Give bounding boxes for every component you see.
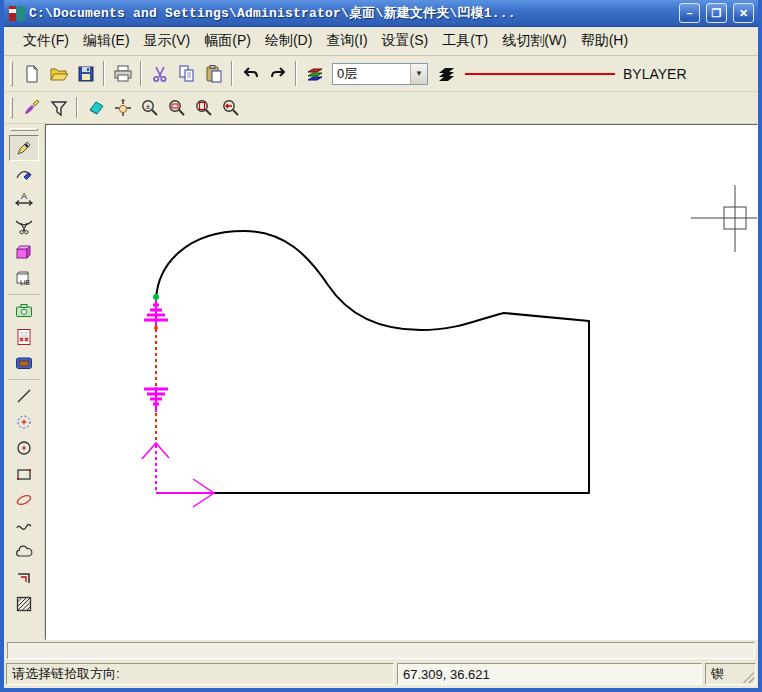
undo-button[interactable] <box>237 61 264 87</box>
sidebar-grip[interactable] <box>10 128 38 131</box>
redo-button[interactable] <box>264 61 291 87</box>
prompt-strip <box>4 640 758 661</box>
pick-brush-icon <box>22 98 42 118</box>
polyline-corner-icon <box>14 568 34 588</box>
curve-edit-icon <box>14 164 34 184</box>
zoom-window-button[interactable] <box>163 95 190 121</box>
chevron-down-icon[interactable]: ▼ <box>410 64 427 84</box>
spline-tool-button[interactable] <box>9 513 39 539</box>
menu-settings[interactable]: 设置(S) <box>375 28 436 54</box>
main-area: A LIB <box>4 124 758 640</box>
block-button[interactable] <box>9 239 39 265</box>
rectangle-tool-button[interactable] <box>9 461 39 487</box>
print-button[interactable] <box>109 61 136 87</box>
toolbar-separator <box>103 61 105 85</box>
arc-icon <box>14 412 34 432</box>
title-bar: C:\Documents and Settings\Administrator\… <box>4 0 758 27</box>
toolbar-grip[interactable] <box>10 97 13 119</box>
zoom-all-button[interactable] <box>190 95 217 121</box>
toolbar-separator <box>76 97 78 118</box>
curve-edit-button[interactable] <box>9 161 39 187</box>
pan-button[interactable] <box>109 95 136 121</box>
status-mode-label: 锲 <box>711 665 724 683</box>
block-icon <box>14 242 34 262</box>
contour-tool-button[interactable] <box>9 539 39 565</box>
hatch-tool-button[interactable] <box>9 591 39 617</box>
linetype-preview[interactable]: BYLAYER <box>465 66 758 82</box>
endpoint-dot-red <box>154 326 158 330</box>
print-icon <box>113 64 133 84</box>
redo-icon <box>268 64 288 84</box>
cut-scissors-icon <box>150 64 170 84</box>
zoom-previous-button[interactable] <box>217 95 244 121</box>
menu-view[interactable]: 显示(V) <box>137 28 198 54</box>
toolbar-separator <box>295 61 297 85</box>
contour-cloud-icon <box>14 542 34 562</box>
crosshair-cursor <box>691 185 758 252</box>
erase-button[interactable] <box>82 95 109 121</box>
library-icon: LIB <box>14 268 34 288</box>
linetype-button[interactable] <box>432 61 459 87</box>
menu-wirecut[interactable]: 线切割(W) <box>495 28 574 54</box>
transform-move-icon: A <box>14 190 34 210</box>
close-button[interactable]: ✕ <box>733 3 754 23</box>
drawing-canvas[interactable] <box>45 124 758 640</box>
edit-pencil-button[interactable] <box>9 135 39 161</box>
circle-icon <box>14 438 34 458</box>
sidebar-separator <box>8 379 40 380</box>
window-title: C:\Documents and Settings\Administrator\… <box>29 4 673 22</box>
bitmap-palette-icon <box>14 353 34 373</box>
linetype-sheets-icon <box>436 64 456 84</box>
transform-move-button[interactable]: A <box>9 187 39 213</box>
chain-direction-up-marker[interactable] <box>144 301 168 325</box>
line-tool-button[interactable] <box>9 383 39 409</box>
menu-help[interactable]: 帮助(H) <box>574 28 635 54</box>
bitmap-palette-button[interactable] <box>9 350 39 376</box>
ellipse-icon <box>14 490 34 510</box>
menu-file[interactable]: 文件(F) <box>16 28 76 54</box>
menu-draw[interactable]: 绘制(D) <box>258 28 319 54</box>
curve-trim-button[interactable] <box>9 213 39 239</box>
polyline-tool-button[interactable] <box>9 565 39 591</box>
layer-selector-value: 0层 <box>333 65 410 83</box>
menu-tools[interactable]: 工具(T) <box>435 28 495 54</box>
new-button[interactable] <box>18 61 45 87</box>
zoom-dynamic-button[interactable]: ± <box>136 95 163 121</box>
linetype-color-line <box>465 73 615 75</box>
maximize-button[interactable]: ❐ <box>706 3 727 23</box>
resize-grip[interactable] <box>741 670 754 683</box>
toolbar-separator <box>231 61 233 85</box>
status-mode: 锲 <box>705 663 756 685</box>
copy-button[interactable] <box>173 61 200 87</box>
undo-icon <box>241 64 261 84</box>
cut-button[interactable] <box>146 61 173 87</box>
curve-trim-icon <box>14 216 34 236</box>
circle-tool-button[interactable] <box>9 435 39 461</box>
line-icon <box>14 386 34 406</box>
endpoint-dot-green <box>153 294 159 300</box>
pick-brush-button[interactable] <box>18 95 45 121</box>
menu-edit[interactable]: 编辑(E) <box>76 28 137 54</box>
toolbar-grip[interactable] <box>10 61 13 86</box>
chain-direction-down-marker[interactable] <box>144 387 168 412</box>
layers-button[interactable] <box>301 61 328 87</box>
minimize-button[interactable]: – <box>679 3 700 23</box>
spline-icon <box>14 516 34 536</box>
menu-sheet[interactable]: 幅面(P) <box>197 28 258 54</box>
pick-filter-button[interactable] <box>45 95 72 121</box>
library-button[interactable]: LIB <box>9 265 39 291</box>
save-button[interactable] <box>72 61 99 87</box>
arc-tool-button[interactable] <box>9 409 39 435</box>
die-profile-outline[interactable] <box>156 231 589 493</box>
image-capture-button[interactable] <box>9 298 39 324</box>
open-button[interactable] <box>45 61 72 87</box>
prompt-strip-field <box>7 642 755 659</box>
ellipse-tool-button[interactable] <box>9 487 39 513</box>
menu-query[interactable]: 查询(I) <box>319 28 374 54</box>
paste-button[interactable] <box>200 61 227 87</box>
zoom-dynamic-icon: ± <box>140 98 160 118</box>
delete-marked-button[interactable] <box>9 324 39 350</box>
layer-selector[interactable]: 0层 ▼ <box>332 63 428 85</box>
filter-funnel-icon <box>49 98 69 118</box>
paste-icon <box>204 64 224 84</box>
